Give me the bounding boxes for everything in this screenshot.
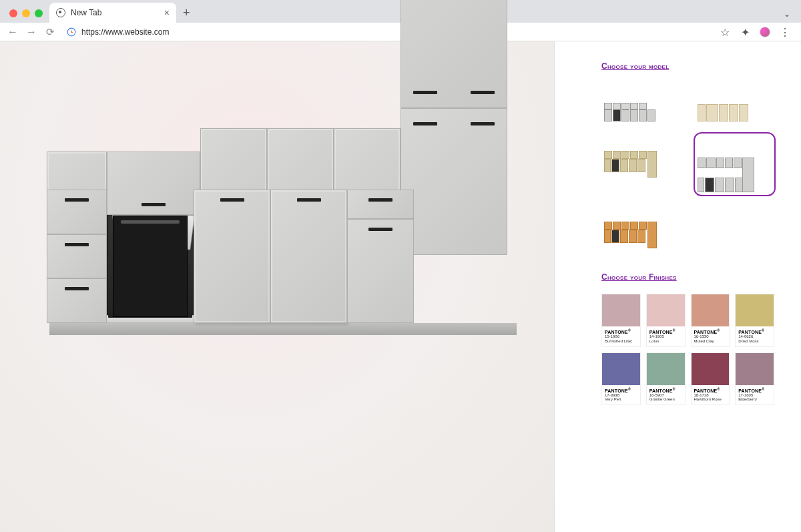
swatch-code: 15-1906 xyxy=(605,334,637,339)
bookmark-icon[interactable]: ☆ xyxy=(720,27,730,37)
swatch-code: 17-1605 xyxy=(738,393,771,398)
kitchen-preview xyxy=(0,41,554,532)
swatch-label: PANTONE®15-1906Burnished Lilac xyxy=(602,326,640,346)
section-title-model: Choose your model xyxy=(601,61,774,71)
swatch-name: Muted Clay xyxy=(694,339,727,344)
address-bar[interactable]: https://www.website.com xyxy=(63,27,713,37)
swatch-color xyxy=(602,294,640,326)
swatch-brand: PANTONE® xyxy=(649,387,682,393)
close-tab-button[interactable]: × xyxy=(164,7,170,18)
finishes-grid: PANTONE®15-1906Burnished LilacPANTONE®14… xyxy=(601,294,774,405)
swatch-label: PANTONE®18-1718Hawthorn Rose xyxy=(692,385,730,405)
swatch-color xyxy=(736,353,774,385)
model-option-1[interactable] xyxy=(601,83,682,124)
url-text: https://www.website.com xyxy=(81,27,169,37)
browser-tab[interactable]: New Tab × xyxy=(49,3,176,23)
swatch-brand: PANTONE® xyxy=(649,328,682,334)
swatch-label: PANTONE®17-3938Very Peri xyxy=(602,385,640,405)
menu-icon[interactable]: ⋮ xyxy=(780,27,790,37)
swatch-brand: PANTONE® xyxy=(694,328,727,334)
toolbar-right: ☆ ✦ ⋮ xyxy=(720,27,794,37)
model-option-5[interactable] xyxy=(601,204,682,246)
finish-swatch-4[interactable]: PANTONE®17-3938Very Peri xyxy=(601,352,641,406)
swatch-label: PANTONE®16-5907Granite Green xyxy=(647,385,685,405)
swatch-color xyxy=(602,353,640,385)
model-option-2[interactable] xyxy=(695,83,775,124)
kitchen-render xyxy=(47,128,521,335)
swatch-color xyxy=(647,294,685,326)
swatch-name: Dried Moss xyxy=(738,339,771,344)
swatch-name: Granite Green xyxy=(649,397,682,402)
minimize-window-button[interactable] xyxy=(22,9,30,17)
section-title-finishes: Choose your Finishes xyxy=(601,272,774,282)
close-window-button[interactable] xyxy=(9,9,17,17)
swatch-name: Very Peri xyxy=(605,397,637,402)
finish-swatch-6[interactable]: PANTONE®18-1718Hawthorn Rose xyxy=(691,352,730,406)
swatch-name: Hawthorn Rose xyxy=(694,397,727,402)
forward-button[interactable]: → xyxy=(25,26,37,38)
swatch-label: PANTONE®17-1605Elderberry xyxy=(736,385,774,405)
swatch-label: PANTONE®14-0626Dried Moss xyxy=(736,326,774,346)
model-option-3[interactable] xyxy=(601,134,682,175)
swatch-code: 17-3938 xyxy=(605,393,637,398)
finish-swatch-2[interactable]: PANTONE®16-1330Muted Clay xyxy=(691,294,730,347)
swatch-brand: PANTONE® xyxy=(738,328,771,334)
back-button[interactable]: ← xyxy=(7,26,19,38)
tab-favicon xyxy=(56,8,65,17)
swatch-color xyxy=(647,353,685,385)
finish-swatch-1[interactable]: PANTONE®14-1905Lotus xyxy=(646,294,686,347)
swatch-brand: PANTONE® xyxy=(694,387,727,393)
swatch-name: Elderberry xyxy=(738,397,771,402)
window-controls xyxy=(5,9,49,23)
swatch-color xyxy=(736,294,774,326)
swatch-brand: PANTONE® xyxy=(738,387,771,393)
page-content: Choose your model Choose your Fini xyxy=(0,41,801,532)
swatch-name: Lotus xyxy=(649,339,682,344)
swatch-code: 14-1905 xyxy=(649,334,682,339)
model-option-4[interactable] xyxy=(695,134,775,195)
finish-swatch-7[interactable]: PANTONE®17-1605Elderberry xyxy=(735,352,774,406)
swatch-code: 16-1330 xyxy=(694,334,727,339)
maximize-window-button[interactable] xyxy=(35,9,43,17)
configurator-sidebar: Choose your model Choose your Fini xyxy=(554,41,801,532)
new-tab-button[interactable]: + xyxy=(176,6,197,23)
swatch-code: 18-1718 xyxy=(694,393,727,398)
swatch-brand: PANTONE® xyxy=(605,328,637,334)
reload-button[interactable]: ⟳ xyxy=(44,26,56,38)
swatch-color xyxy=(692,294,730,326)
tabs-dropdown-button[interactable]: ⌄ xyxy=(773,9,801,23)
finish-swatch-0[interactable]: PANTONE®15-1906Burnished Lilac xyxy=(601,294,641,347)
swatch-label: PANTONE®14-1905Lotus xyxy=(647,326,685,346)
extensions-icon[interactable]: ✦ xyxy=(740,27,750,37)
finish-swatch-5[interactable]: PANTONE®16-5907Granite Green xyxy=(646,352,686,406)
model-grid xyxy=(601,83,774,246)
finish-swatch-3[interactable]: PANTONE®14-0626Dried Moss xyxy=(735,294,774,347)
tab-title: New Tab xyxy=(71,8,101,17)
swatch-label: PANTONE®16-1330Muted Clay xyxy=(692,326,730,346)
swatch-brand: PANTONE® xyxy=(605,387,637,393)
swatch-code: 16-5907 xyxy=(649,393,682,398)
swatch-color xyxy=(692,353,730,385)
swatch-name: Burnished Lilac xyxy=(605,339,637,344)
google-icon xyxy=(67,27,76,37)
swatch-code: 14-0626 xyxy=(738,334,771,339)
profile-avatar[interactable] xyxy=(760,27,770,37)
